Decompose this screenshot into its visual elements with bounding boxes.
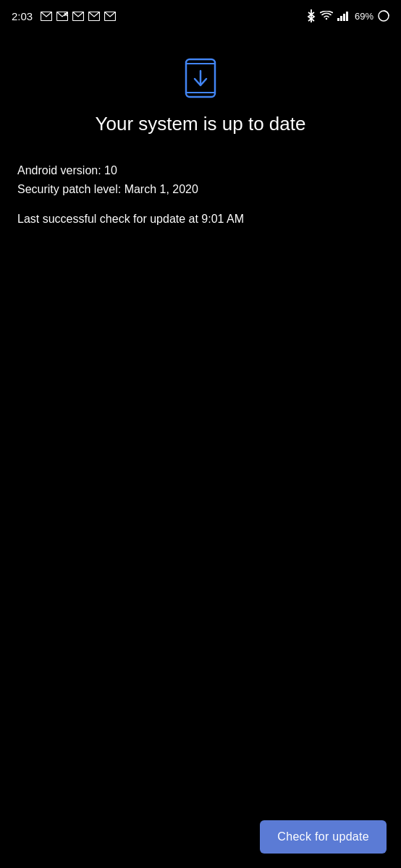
battery-percentage: 69% xyxy=(355,11,373,22)
gmail-icon-2 xyxy=(56,12,68,21)
gmail-icon-3 xyxy=(72,12,84,21)
svg-rect-10 xyxy=(343,14,345,21)
svg-rect-8 xyxy=(337,18,339,21)
phone-update-icon xyxy=(180,58,221,98)
last-check: Last successful check for update at 9:01… xyxy=(17,213,384,226)
security-patch: Security patch level: March 1, 2020 xyxy=(17,180,384,199)
status-bar: 2:03 xyxy=(0,0,401,29)
svg-rect-9 xyxy=(340,16,342,21)
svg-rect-11 xyxy=(346,12,348,21)
status-time: 2:03 xyxy=(12,10,33,22)
main-content: Your system is up to date Android versio… xyxy=(0,29,401,226)
status-left: 2:03 xyxy=(12,10,117,22)
gmail-icon-4 xyxy=(88,12,100,21)
wifi-icon xyxy=(320,11,333,21)
gmail-icon-5 xyxy=(104,12,116,21)
bottom-button-container: Check for update xyxy=(260,820,387,854)
battery-icon xyxy=(378,10,389,22)
info-section: Android version: 10 Security patch level… xyxy=(17,161,384,226)
status-right: 69% xyxy=(307,9,389,22)
gmail-icon-1 xyxy=(41,12,52,21)
android-version: Android version: 10 xyxy=(17,161,384,180)
page-title: Your system is up to date xyxy=(96,113,306,135)
bluetooth-icon xyxy=(307,9,316,22)
check-update-button[interactable]: Check for update xyxy=(260,820,387,854)
signal-icon xyxy=(337,11,350,21)
